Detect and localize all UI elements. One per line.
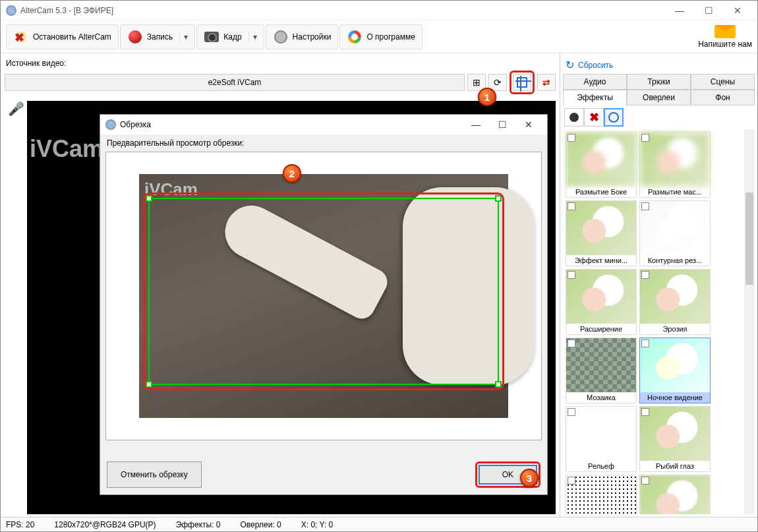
effect-checkbox[interactable] (641, 202, 649, 210)
source-selected: e2eSoft iVCam (208, 78, 262, 87)
effect-item[interactable]: Контурная рез... (639, 200, 711, 266)
svg-point-0 (569, 113, 579, 122)
crop-handle-tl[interactable] (146, 195, 152, 202)
effect-checkbox[interactable] (568, 271, 575, 279)
effect-checkbox[interactable] (641, 271, 649, 279)
crop-handle-bl[interactable] (146, 381, 152, 388)
record-icon (129, 30, 142, 44)
close-button[interactable]: ✕ (723, 1, 752, 20)
effect-label: Рельеф (566, 461, 636, 471)
effect-checkbox[interactable] (568, 202, 575, 210)
crop-dialog-title: Обрезка (120, 120, 151, 129)
effect-item[interactable]: Ночное видение (639, 338, 711, 403)
effect-item[interactable]: Рыбий глаз (639, 406, 711, 472)
effect-thumb (566, 475, 636, 514)
effect-thumb (640, 270, 710, 324)
effect-label: Размытие Боке (566, 187, 636, 197)
flip-button[interactable]: ⇄ (537, 74, 556, 91)
status-effects: Эффекты: 0 (176, 520, 221, 529)
status-overlays: Оверлеи: 0 (241, 520, 281, 529)
tab-audio[interactable]: Аудио (563, 74, 627, 90)
status-xy: X: 0; Y: 0 (301, 520, 333, 529)
crop-minimize[interactable]: — (463, 119, 489, 130)
tabs-bottom-row: Эффекты Оверлеи Фон (563, 90, 755, 105)
source-select[interactable]: e2eSoft iVCam (5, 74, 465, 91)
effects-scrollbar[interactable] (744, 129, 755, 514)
frame-label: Кадр (223, 32, 241, 42)
effect-item[interactable]: Расширение (566, 269, 637, 335)
crop-button[interactable] (513, 74, 531, 91)
status-fps: FPS: 20 (6, 520, 34, 529)
crop-preview-box: iVCam (105, 152, 542, 440)
shape-delete[interactable]: ✖ (584, 108, 604, 127)
tab-scenes[interactable]: Сцены (691, 74, 755, 90)
effect-label: Размытие мас... (640, 187, 710, 197)
effect-checkbox[interactable] (568, 408, 575, 416)
effect-item[interactable]: Эффект мини... (566, 200, 637, 266)
statusbar: FPS: 20 1280x720*@RGB24 GPU(P) Эффекты: … (1, 517, 757, 531)
effects-grid: Размытие БокеРазмытие мас...Эффект мини.… (563, 129, 755, 514)
minimize-button[interactable]: — (665, 1, 694, 20)
effect-checkbox[interactable] (641, 477, 649, 485)
crop-cancel-button[interactable]: Отменить обрезку (107, 461, 202, 488)
write-us-button[interactable]: Напишите нам (698, 25, 752, 49)
tab-effects[interactable]: Эффекты (563, 90, 627, 105)
crop-buttons-row: Отменить обрезку OK (100, 455, 547, 494)
shape-row: ✖ (563, 105, 755, 129)
effect-item[interactable]: Эрозия (639, 269, 711, 335)
crop-maximize[interactable]: ☐ (489, 119, 515, 130)
shape-square[interactable] (564, 108, 584, 127)
effect-item[interactable]: Мозаика (566, 338, 637, 403)
effect-checkbox[interactable] (641, 134, 649, 142)
window-title: AlterCam 5.3 - [В ЭФИРЕ] (20, 6, 113, 15)
effect-item[interactable]: Размытие мас... (639, 132, 711, 198)
tab-overlays[interactable]: Оверлеи (627, 90, 691, 105)
mic-icon[interactable]: 🎤 (8, 101, 24, 117)
mic-column: 🎤 (5, 97, 27, 514)
callout-1: 1 (478, 88, 496, 106)
effect-thumb (640, 407, 710, 461)
source-bar: e2eSoft iVCam ⊞ ⟳ ⇄ (5, 71, 556, 94)
crop-dialog: Обрезка — ☐ ✕ Предварительный просмотр о… (100, 114, 548, 495)
about-label: О программе (366, 32, 415, 42)
record-button[interactable]: Запись ▾ (120, 24, 195, 49)
effect-checkbox[interactable] (568, 340, 575, 347)
crop-selection[interactable] (148, 198, 499, 385)
tab-tricks[interactable]: Трюки (627, 74, 691, 90)
record-label: Запись (147, 32, 173, 42)
effect-checkbox[interactable] (641, 340, 649, 347)
stop-button[interactable]: Остановить AlterCam (6, 24, 119, 49)
reset-button[interactable]: ↻ Сбросить (563, 56, 755, 74)
crop-preview[interactable]: iVCam (139, 174, 508, 418)
effect-checkbox[interactable] (641, 408, 649, 416)
effect-thumb (640, 475, 710, 514)
frame-button[interactable]: Кадр ▾ (196, 24, 264, 49)
frame-dropdown[interactable]: ▾ (248, 32, 257, 42)
effect-label: Мозаика (566, 392, 636, 403)
effect-checkbox[interactable] (568, 134, 575, 142)
effect-label: Эффект мини... (566, 255, 636, 266)
tabs-top-row: Аудио Трюки Сцены (563, 74, 755, 90)
settings-button[interactable]: Настройки (266, 24, 339, 49)
source-label: Источник видео: (5, 56, 556, 71)
crop-close[interactable]: ✕ (515, 119, 542, 130)
record-dropdown[interactable]: ▾ (179, 32, 188, 42)
tab-background[interactable]: Фон (691, 90, 755, 105)
reset-label: Сбросить (578, 61, 613, 70)
effect-item[interactable]: Рельеф (566, 406, 637, 472)
crop-icon (517, 77, 527, 88)
effect-item[interactable]: Размытие Боке (566, 132, 637, 198)
effect-item[interactable]: Вихрь (639, 475, 711, 514)
write-us-label: Напишите нам (698, 40, 752, 49)
effect-thumb (566, 133, 636, 187)
about-button[interactable]: О программе (339, 24, 422, 49)
crop-handle-br[interactable] (495, 381, 502, 388)
shape-circle[interactable] (604, 108, 624, 127)
effect-thumb (640, 133, 710, 187)
effect-item[interactable]: Полутон (566, 475, 637, 514)
maximize-button[interactable]: ☐ (694, 1, 723, 20)
crop-handle-tr[interactable] (495, 195, 502, 202)
scrollbar-thumb[interactable] (745, 192, 753, 285)
effect-thumb (566, 270, 636, 324)
effect-checkbox[interactable] (568, 477, 575, 485)
